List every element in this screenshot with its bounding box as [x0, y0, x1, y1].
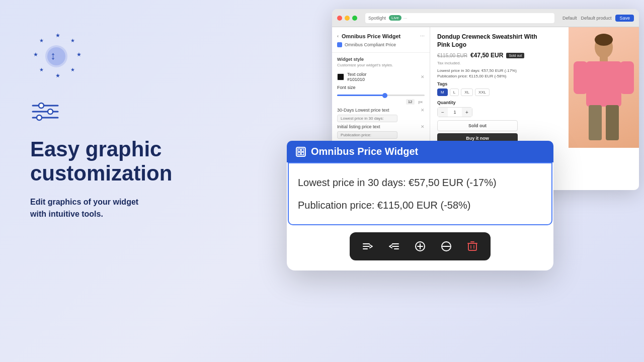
svg-rect-23: [589, 105, 602, 140]
svg-text:★: ★: [55, 32, 60, 38]
main-heading: Easy graphic customization: [30, 137, 242, 186]
browser-address: Spotlight Live ···: [365, 13, 554, 23]
toolbar-disable-button[interactable]: [438, 237, 454, 255]
svg-text:★: ★: [70, 38, 75, 43]
toolbar-add-button[interactable]: [412, 237, 428, 255]
filter-icon: [30, 101, 60, 123]
eu-stars-icon: ↕ ★ ★ ★ ★ ★ ★ ★ ★: [30, 30, 91, 80]
tag-XXL[interactable]: XXL: [475, 88, 490, 96]
default-product-label: Default product: [581, 16, 611, 21]
svg-rect-27: [298, 152, 300, 155]
svg-point-18: [595, 34, 613, 46]
qty-minus-button[interactable]: −: [438, 108, 448, 117]
slider-track: [337, 95, 425, 96]
panel-header: ‹ Omnibus Price Widget ⋯: [332, 31, 430, 41]
widget-overlay: Omnibus Price Widget Lowest price in 30 …: [287, 141, 553, 270]
svg-point-16: [37, 115, 42, 120]
widget-price-line-1: Lowest price in 30 days: €57,50 EUR (-17…: [298, 171, 542, 194]
listing-input[interactable]: [337, 131, 397, 139]
widget-toolbar: [350, 232, 491, 260]
sold-out-badge: Sold out: [506, 53, 524, 58]
reset-color-button[interactable]: ✕: [421, 74, 425, 79]
svg-rect-24: [606, 105, 619, 140]
svg-rect-20: [586, 61, 621, 107]
font-size-value-row: 12 px: [332, 99, 430, 107]
price30-input[interactable]: [337, 115, 397, 122]
font-size-label: Font size: [337, 85, 356, 90]
widget-style-title: Widget style: [332, 55, 430, 63]
product-img-bg: [569, 27, 639, 148]
sold-out-button[interactable]: Sold out: [437, 120, 518, 131]
text-color-label: Text color: [347, 72, 367, 77]
widget-title-bar: Omnibus Price Widget: [287, 141, 553, 162]
font-size-value: 12: [406, 99, 415, 105]
svg-rect-26: [301, 149, 304, 151]
slider-fill: [337, 95, 385, 96]
panel-dot: [337, 42, 342, 47]
price-old: €115,00 EUR: [437, 53, 467, 58]
listing-label-row: Initial listing price text ✕: [332, 123, 430, 130]
reset-price30-button[interactable]: ✕: [421, 108, 425, 113]
svg-text:★: ★: [33, 51, 38, 57]
svg-point-14: [39, 103, 44, 108]
font-size-unit: px: [417, 99, 425, 105]
qty-value: 1: [448, 110, 462, 115]
panel-menu-icon[interactable]: ⋯: [420, 34, 425, 39]
default-label: Default: [562, 16, 577, 21]
widget-title: Omnibus Price Widget: [311, 146, 418, 157]
color-info: Text color #101010: [347, 72, 367, 82]
qty-row: − 1 +: [437, 107, 472, 117]
text-color-value: #101010: [347, 77, 367, 82]
font-size-row: Font size: [332, 83, 430, 92]
browser-dot-green: [352, 16, 357, 21]
back-button[interactable]: ‹: [337, 34, 339, 39]
product-name: Dondup Crewneck Sweatshirt With Pink Log…: [437, 33, 538, 49]
tag-XL[interactable]: XL: [461, 88, 473, 96]
toolbar-move-right-button[interactable]: [360, 237, 376, 255]
product-image: [569, 27, 639, 148]
svg-text:★: ★: [70, 67, 75, 72]
panel-title: Omnibus Price Widget: [342, 33, 400, 39]
panel-sub-text: Omnibus Compliant Price: [345, 42, 396, 47]
price-new: €47,50 EUR: [470, 52, 503, 59]
qty-plus-button[interactable]: +: [462, 108, 472, 117]
reset-listing-button[interactable]: ✕: [421, 124, 425, 129]
svg-rect-21: [574, 61, 588, 94]
svg-rect-22: [620, 61, 634, 94]
svg-text:↕: ↕: [50, 49, 56, 62]
widget-price-line-2: Publication price: €115,00 EUR (-58%): [298, 194, 542, 216]
browser-dot-red: [337, 16, 342, 21]
svg-rect-25: [298, 149, 300, 151]
svg-rect-40: [468, 243, 476, 250]
browser-dot-yellow: [345, 16, 350, 21]
svg-text:★: ★: [76, 51, 82, 57]
svg-point-15: [48, 109, 53, 114]
svg-text:★: ★: [55, 72, 60, 78]
price30-label-row: 30-Days Lowest price text ✕: [332, 107, 430, 114]
toolbar-delete-button[interactable]: [464, 237, 480, 255]
widget-style-desc: Customize your widget's styles.: [332, 63, 430, 70]
svg-text:★: ★: [39, 38, 44, 43]
tag-L[interactable]: L: [450, 88, 459, 96]
widget-target-icon: [296, 147, 306, 157]
font-size-slider[interactable]: [332, 92, 430, 99]
color-swatch[interactable]: [337, 73, 344, 80]
left-section: ↕ ★ ★ ★ ★ ★ ★ ★ ★ Easy graphic customi: [30, 30, 242, 220]
listing-label: Initial listing price text: [337, 124, 419, 129]
sub-text: Edit graphics of your widget with intuit…: [30, 196, 242, 220]
price30-label: 30-Days Lowest price text: [337, 108, 419, 113]
svg-text:★: ★: [39, 67, 44, 72]
browser-dots: [337, 16, 357, 21]
panel-divider-1: [332, 52, 430, 53]
text-color-row: Text color #101010 ✕: [332, 70, 430, 83]
save-button[interactable]: Save: [615, 15, 634, 22]
panel-subtitle: Omnibus Compliant Price: [332, 41, 430, 50]
slider-thumb[interactable]: [382, 93, 387, 98]
widget-content: Lowest price in 30 days: €57,50 EUR (-17…: [288, 162, 552, 225]
browser-toolbar: Spotlight Live ··· Default Default produ…: [332, 9, 639, 27]
svg-rect-28: [301, 152, 304, 155]
toolbar-move-left-button[interactable]: [386, 237, 402, 255]
tag-M[interactable]: M: [437, 88, 448, 96]
